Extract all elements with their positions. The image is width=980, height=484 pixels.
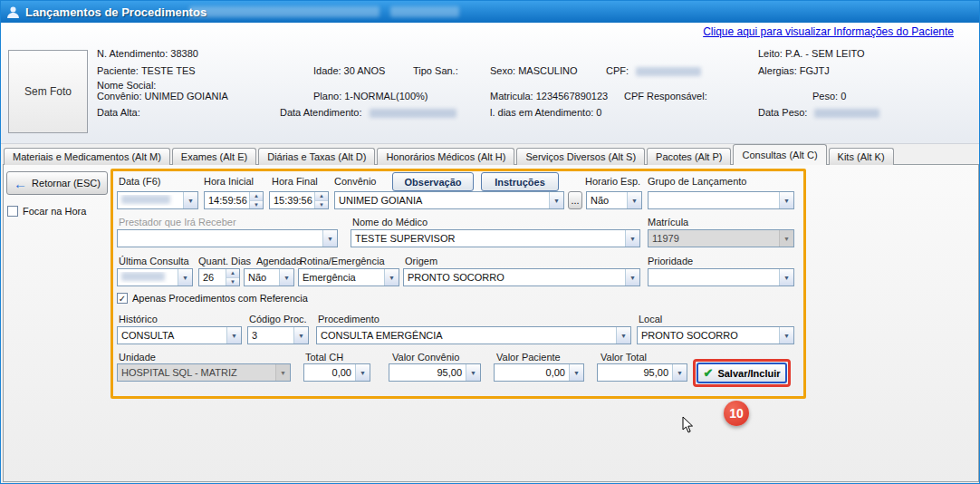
tab-consultas[interactable]: Consultas (Alt C) xyxy=(733,144,826,165)
nome-medico-combo[interactable]: TESTE SUPERVISOR ▼ xyxy=(351,229,640,247)
data-f6-combo[interactable]: ▼ xyxy=(117,191,198,209)
spinner[interactable]: ▲▼ xyxy=(249,192,263,208)
ultima-consulta-value xyxy=(118,272,178,283)
patient-info-link[interactable]: Clique aqui para visualizar Informações … xyxy=(703,25,954,38)
convenio-label: Convênio: xyxy=(97,91,142,102)
instrucoes-label: Instruções xyxy=(495,177,545,188)
hora-inicial-spinner[interactable]: 14:59:56 ▲▼ xyxy=(204,191,264,209)
rotina-emergencia-value: Emergência xyxy=(299,272,384,283)
focar-na-hora-checkbox-row: Focar na Hora xyxy=(7,206,86,217)
total-ch-combo[interactable]: 0,00 ▼ xyxy=(303,363,370,382)
sexo-field: Sexo:MASCULINO xyxy=(490,65,578,76)
apenas-procedimentos-label: Apenas Procedimentos com Referencia xyxy=(132,293,308,304)
alergias-field: Alergias:FGJTJ xyxy=(758,65,830,76)
tab-servicos[interactable]: Serviços Diversos (Alt S) xyxy=(516,148,645,165)
tab-label: Honorários Médicos (Alt H) xyxy=(386,151,505,162)
valor-paciente-value: 0,00 xyxy=(495,367,569,378)
app-icon xyxy=(6,5,20,19)
ultima-consulta-combo[interactable]: ▼ xyxy=(117,268,193,286)
tab-diarias[interactable]: Diárias e Taxas (Alt D) xyxy=(258,148,375,165)
matricula-combo: 11979 ▼ xyxy=(648,229,794,247)
cpf-field: CPF: xyxy=(606,65,701,76)
rotina-emergencia-combo[interactable]: Emergência ▼ xyxy=(298,268,399,286)
data-peso-field: Data Peso: xyxy=(758,107,879,118)
dropdown-icon: ▼ xyxy=(226,327,241,344)
procedimento-value: CONSULTA EMERGÊNCIA xyxy=(317,330,616,341)
tab-label: Pacotes (Alt P) xyxy=(656,151,722,162)
instrucoes-button[interactable]: Instruções xyxy=(481,172,559,191)
apenas-procedimentos-checkbox[interactable]: ✓ xyxy=(117,293,128,304)
tab-kits[interactable]: Kits (Alt K) xyxy=(829,148,894,165)
save-check-icon: ✔ xyxy=(704,367,714,379)
atendimento-field: N. Atendimento:38380 xyxy=(97,48,198,59)
origem-combo[interactable]: PRONTO SOCORRO ▼ xyxy=(403,268,640,286)
salvar-incluir-button[interactable]: ✔ Salvar/Incluir xyxy=(697,363,787,383)
procedimento-label: Procedimento xyxy=(318,314,380,324)
dropdown-icon: ▼ xyxy=(616,327,630,344)
valor-paciente-combo[interactable]: 0,00 ▼ xyxy=(494,363,584,382)
valor-convenio-combo[interactable]: 95,00 ▼ xyxy=(389,363,481,382)
local-combo[interactable]: PRONTO SOCORRO ▼ xyxy=(637,326,794,344)
dropdown-icon: ▼ xyxy=(466,364,480,381)
plano-field: Plano:1-NORMAL(100%) xyxy=(313,91,428,102)
procedimento-combo[interactable]: CONSULTA EMERGÊNCIA ▼ xyxy=(316,326,631,344)
cpf-responsavel-label: CPF Responsável: xyxy=(624,91,707,102)
data-f6-label: Data (F6) xyxy=(119,176,160,187)
prestador-combo[interactable]: ▼ xyxy=(117,229,338,247)
dias-atendimento-label: l. dias em Atendimento: xyxy=(490,107,593,118)
tab-label: Diárias e Taxas (Alt D) xyxy=(267,151,366,162)
spinner[interactable]: ▲▼ xyxy=(314,192,328,208)
focar-checkbox[interactable] xyxy=(7,206,18,217)
tab-label: Serviços Diversos (Alt S) xyxy=(525,151,636,162)
quant-dias-value: 26 xyxy=(199,272,226,283)
convenio-field: Convênio:UNIMED GOIANIA xyxy=(97,91,228,102)
agendada-combo[interactable]: Não ▼ xyxy=(244,268,294,286)
plano-value: 1-NORMAL(100%) xyxy=(344,91,428,102)
tab-pacotes[interactable]: Pacotes (Alt P) xyxy=(647,148,731,165)
check-icon: ✓ xyxy=(119,294,126,304)
hora-inicial-value: 14:59:56 xyxy=(205,195,249,206)
dropdown-icon: ▼ xyxy=(779,327,793,344)
tab-honorarios[interactable]: Honorários Médicos (Alt H) xyxy=(377,148,514,165)
data-atendimento-field: Data Atendimento: xyxy=(280,107,456,118)
quant-dias-label: Quant. Dias xyxy=(198,256,251,266)
convenio-value: UNIMED GOIANIA xyxy=(145,91,228,102)
spinner[interactable]: ▲▼ xyxy=(226,269,239,286)
tab-materiais[interactable]: Materiais e Medicamentos (Alt M) xyxy=(4,148,170,165)
agendada-value: Não xyxy=(245,272,279,283)
retornar-button[interactable]: ← Retornar (ESC) xyxy=(6,171,108,195)
atendimento-value: 38380 xyxy=(170,48,198,59)
unidade-combo: HOSPITAL SQL - MATRIZ ▼ xyxy=(117,363,291,382)
grupo-lancamento-combo[interactable]: ▼ xyxy=(648,191,794,209)
valor-total-combo[interactable]: 95,00 ▼ xyxy=(597,363,687,382)
hora-inicial-label: Hora Inicial xyxy=(204,176,254,187)
horario-esp-value: Não xyxy=(587,195,627,206)
redacted-cpf-value xyxy=(636,67,701,76)
tab-label: Kits (Alt K) xyxy=(838,151,885,162)
local-value: PRONTO SOCORRO xyxy=(638,330,779,341)
codigo-proc-label: Código Proc. xyxy=(249,314,307,324)
horario-esp-label: Horario Esp. xyxy=(585,176,640,187)
spin-down-icon: ▼ xyxy=(250,201,263,209)
redacted-data-f6 xyxy=(121,195,170,204)
cpf-responsavel-field: CPF Responsável: xyxy=(624,91,710,102)
alergias-value: FGJTJ xyxy=(800,65,830,76)
ultima-consulta-label: Última Consulta xyxy=(119,256,189,266)
tab-exames[interactable]: Exames (Alt E) xyxy=(172,148,256,165)
convenio-form-label: Convênio xyxy=(334,176,376,187)
convenio-more-button[interactable]: ... xyxy=(568,191,582,209)
dropdown-icon: ▼ xyxy=(178,269,192,286)
idade-value: 30 ANOS xyxy=(344,65,386,76)
idade-field: Idade:30 ANOS xyxy=(313,65,385,76)
historico-combo[interactable]: CONSULTA ▼ xyxy=(117,326,242,344)
codigo-proc-combo[interactable]: 3 ▼ xyxy=(247,326,309,344)
observacao-button[interactable]: Observação xyxy=(392,172,474,191)
focar-label: Focar na Hora xyxy=(23,206,86,217)
horario-esp-combo[interactable]: Não ▼ xyxy=(586,191,642,209)
prioridade-combo[interactable]: ▼ xyxy=(648,268,794,286)
paciente-value: TESTE TES xyxy=(141,65,196,76)
convenio-combo[interactable]: UNIMED GOIANIA ▼ xyxy=(334,191,564,209)
peso-value: 0 xyxy=(841,91,846,102)
hora-final-spinner[interactable]: 15:39:56 ▲▼ xyxy=(269,191,329,209)
quant-dias-spinner[interactable]: 26 ▲▼ xyxy=(198,268,240,286)
